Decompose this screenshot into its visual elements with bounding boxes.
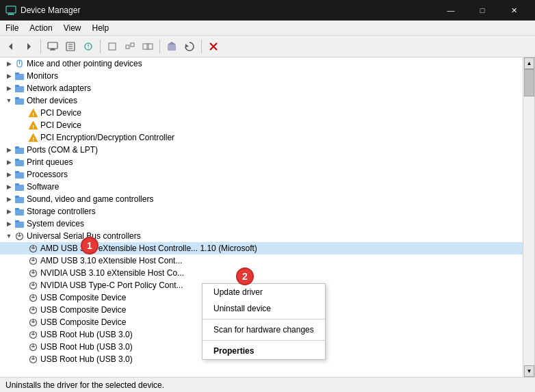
toolbar-sep-4 [201,40,202,53]
label-ports: Ports (COM & LPT) [27,145,98,155]
toolbar-forward[interactable] [21,38,37,55]
expand-system[interactable]: ▶ [4,218,14,229]
expand-other[interactable]: ▼ [4,95,14,106]
expand-amd2[interactable] [18,255,27,266]
svg-rect-42 [15,159,19,161]
context-menu-item-0[interactable]: Update driver [203,284,325,300]
maximize-button[interactable]: □ [467,0,498,21]
icon-print [14,157,25,168]
svg-text:!: ! [32,123,34,129]
svg-rect-16 [126,45,129,49]
tree-item-print[interactable]: ▶ Print queues [0,156,534,168]
tree-item-sound[interactable]: ▶ Sound, video and game controllers [0,193,534,205]
tree-item-ports[interactable]: ▶ Ports (COM & LPT) [0,144,534,156]
icon-software [14,181,25,192]
tree-item-monitors[interactable]: ▶ Monitors [0,70,534,82]
tree-item-system[interactable]: ▶ System devices [0,218,534,230]
expand-monitors[interactable]: ▶ [4,70,14,81]
expand-software[interactable]: ▶ [4,181,14,192]
expand-nvidia2[interactable] [18,280,27,291]
label-proc: Processors [27,170,68,179]
tree-item-nvidia1[interactable]: NVIDIA USB 3.10 eXtensible Host Co... [0,267,534,279]
toolbar-update[interactable] [181,38,198,55]
scroll-up-button[interactable]: ▲ [524,57,534,69]
svg-rect-2 [8,14,14,15]
icon-hub2 [27,341,38,352]
tree-item-storage[interactable]: ▶ Storage controllers [0,205,534,218]
toolbar-btn6[interactable] [140,38,156,55]
tree-item-network[interactable]: ▶ Network adapters [0,82,534,94]
label-amd1: AMD USB 3.10 eXtensible Host Controlle..… [40,244,257,253]
menu-action[interactable]: Action [24,21,57,35]
toolbar-btn2[interactable] [62,38,79,55]
tree-item-amd1[interactable]: AMD USB 3.10 eXtensible Host Controlle..… [0,242,534,254]
context-menu-separator-1 [203,319,325,319]
expand-mice[interactable]: ▶ [4,58,14,69]
icon-sound [14,194,25,205]
toolbar-remove[interactable] [205,38,222,55]
status-bar: Uninstalls the driver for the selected d… [0,377,535,392]
tree-item-usb[interactable]: ▼ Universal Serial Bus controllers [0,230,534,242]
scrollbar-track[interactable]: ▲ ▼ [523,57,534,377]
icon-pci2: ! [27,120,38,131]
expand-print[interactable]: ▶ [4,157,14,168]
toolbar-computer[interactable] [44,38,61,55]
svg-rect-15 [109,43,116,50]
icon-usb [14,231,25,241]
expand-pci2[interactable] [18,120,27,131]
expand-hub3[interactable] [18,354,27,365]
expand-usbc3[interactable] [18,317,27,328]
expand-pci3[interactable] [18,132,27,143]
close-button[interactable]: ✕ [498,0,530,21]
label-mice: Mice and other pointing devices [27,59,142,68]
status-text: Uninstalls the driver for the selected d… [5,380,164,390]
expand-pci1[interactable] [18,107,27,118]
expand-usbc1[interactable] [18,292,27,303]
menu-help[interactable]: Help [87,21,115,35]
svg-rect-31 [15,99,24,105]
tree-item-pci3[interactable]: ! PCI Encryption/Decryption Controller [0,131,534,144]
svg-rect-48 [15,196,19,198]
svg-rect-19 [147,44,153,49]
tree-item-amd2[interactable]: AMD USB 3.10 eXtensible Host Cont... [0,254,534,267]
tree-item-pci2[interactable]: ! PCI Device [0,119,534,131]
icon-nvidia2 [27,280,38,291]
expand-proc[interactable]: ▶ [4,169,14,180]
expand-network[interactable]: ▶ [4,83,14,94]
tree-item-software[interactable]: ▶ Software [0,181,534,193]
expand-amd1[interactable] [18,243,27,254]
svg-rect-17 [131,43,134,47]
tree-item-pci1[interactable]: ! PCI Device [0,107,534,119]
app-icon [5,5,16,16]
expand-nvidia1[interactable] [18,267,27,278]
expand-hub1[interactable] [18,329,27,340]
label-pci2: PCI Device [40,120,81,130]
expand-sound[interactable]: ▶ [4,194,14,205]
scroll-down-button[interactable]: ▼ [524,365,534,377]
icon-ports [14,144,25,155]
minimize-button[interactable]: — [435,0,467,21]
menu-view[interactable]: View [58,21,87,35]
expand-usb[interactable]: ▼ [4,231,14,241]
toolbar-btn5[interactable] [122,38,138,55]
expand-hub2[interactable] [18,341,27,352]
tree-item-proc[interactable]: ▶ Processors [0,168,534,181]
expand-usbc2[interactable] [18,304,27,315]
expand-storage[interactable]: ▶ [4,206,14,217]
context-menu-item-2[interactable]: Scan for hardware changes [203,322,325,338]
tree-item-mice[interactable]: ▶ Mice and other pointing devices [0,57,534,70]
toolbar-btn7[interactable] [164,38,180,55]
scrollbar-thumb[interactable] [524,69,534,96]
expand-ports[interactable]: ▶ [4,144,14,155]
device-tree[interactable]: ▶ Mice and other pointing devices ▶ Moni… [0,57,535,377]
toolbar-btn3[interactable] [80,38,96,55]
tree-item-other[interactable]: ▼ Other devices [0,94,534,107]
context-menu-item-3[interactable]: Properties [203,343,325,359]
context-menu-item-1[interactable]: Uninstall device [203,300,325,317]
toolbar-back[interactable] [3,38,19,55]
toolbar-btn4[interactable] [104,38,120,55]
menu-file[interactable]: File [0,21,24,35]
window-controls: — □ ✕ [435,0,530,21]
svg-rect-18 [143,44,148,49]
label-amd2: AMD USB 3.10 eXtensible Host Cont... [40,256,182,265]
